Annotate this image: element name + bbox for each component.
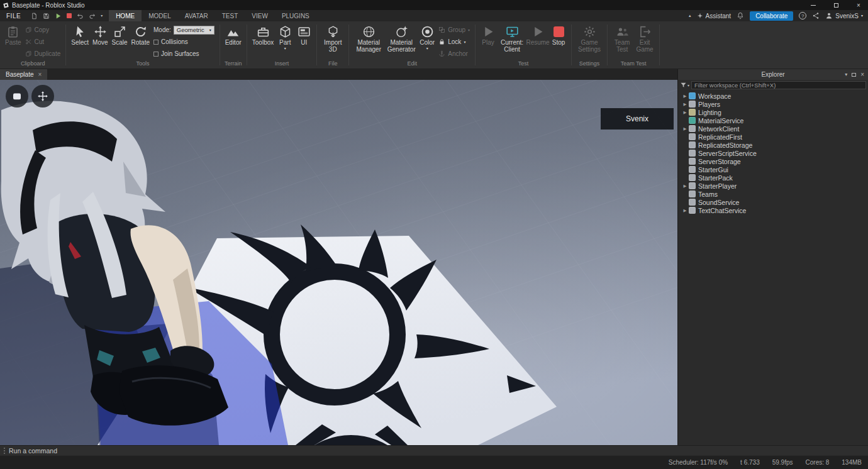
tab-avatar[interactable]: AVATAR [178, 10, 215, 21]
maximize-button[interactable] [826, 0, 845, 10]
viewport-3d[interactable]: Svenix [0, 80, 677, 445]
command-input[interactable] [9, 447, 865, 455]
save-icon[interactable] [43, 13, 50, 19]
undo-icon[interactable] [77, 13, 84, 19]
cut-button[interactable]: Cut [23, 36, 63, 48]
tab-baseplate[interactable]: Baseplate × [0, 69, 47, 80]
stop-button[interactable]: Stop [549, 24, 568, 47]
explorer-item-teams[interactable]: Teams [678, 190, 868, 198]
viewport-tool-button-plate[interactable] [6, 85, 28, 108]
filter-funnel-button[interactable]: ▾ [680, 82, 689, 89]
explorer-item-networkclient[interactable]: ▶NetworkClient [678, 124, 868, 133]
collisions-checkbox[interactable]: Collisions [152, 36, 216, 48]
expand-arrow-icon[interactable]: ▶ [681, 102, 689, 107]
viewport-tool-button-move[interactable] [31, 85, 54, 108]
ribbon-section-label: Terrain [220, 60, 247, 69]
new-file-icon[interactable] [31, 13, 38, 19]
user-account-button[interactable]: SvenixS ▾ [825, 12, 863, 19]
select-tool-button[interactable]: Select [69, 24, 91, 47]
part-button[interactable]: Part ▾ [275, 24, 294, 52]
panel-menu-chevron-icon[interactable]: ▾ [845, 72, 847, 77]
lock-button[interactable]: Lock ▾ [437, 36, 472, 48]
explorer-panel: Explorer ▾ × ▾ ▶Workspace▶Players▶Lighti… [677, 69, 868, 445]
terrain-editor-button[interactable]: Editor [223, 24, 243, 47]
paste-button[interactable]: Paste [3, 24, 23, 47]
workspace-area: Baseplate × [0, 69, 868, 445]
explorer-item-materialservice[interactable]: MaterialService [678, 116, 868, 124]
group-button[interactable]: Group ▾ [437, 24, 472, 36]
tab-test[interactable]: TEST [215, 10, 245, 21]
tab-home[interactable]: HOME [109, 10, 142, 21]
copy-button[interactable]: Copy [23, 24, 63, 36]
play-button[interactable]: Play [479, 24, 498, 47]
explorer-item-lighting[interactable]: ▶Lighting [678, 108, 868, 116]
explorer-item-starterplayer[interactable]: ▶StarterPlayer [678, 182, 868, 190]
float-panel-icon[interactable] [852, 73, 856, 77]
explorer-item-replicatedstorage[interactable]: ReplicatedStorage [678, 141, 868, 149]
import-3d-button[interactable]: Import 3D [320, 24, 345, 54]
server-storage-icon [689, 158, 696, 165]
expand-arrow-icon[interactable]: ▶ [681, 94, 689, 99]
expand-arrow-icon[interactable]: ▶ [681, 126, 689, 131]
share-icon[interactable] [812, 12, 820, 19]
game-settings-button[interactable]: Game Settings [575, 24, 604, 54]
material-generator-button[interactable]: Material Generator [385, 24, 418, 54]
ui-button[interactable]: UI [294, 24, 313, 47]
collaborate-button[interactable]: Collaborate [750, 11, 793, 21]
resume-button[interactable]: Resume [526, 24, 549, 47]
explorer-item-workspace[interactable]: ▶Workspace [678, 92, 868, 100]
close-panel-icon[interactable]: × [860, 71, 864, 78]
scale-tool-button[interactable]: Scale [110, 24, 130, 47]
minimize-button[interactable] [804, 0, 823, 10]
explorer-filter-input[interactable] [691, 81, 866, 89]
expand-arrow-icon[interactable]: ▶ [681, 110, 689, 115]
play-icon[interactable] [55, 13, 62, 19]
help-icon[interactable]: ? [799, 12, 806, 19]
move-tool-button[interactable]: Move [91, 24, 109, 47]
close-button[interactable]: × [849, 0, 868, 10]
anchor-button[interactable]: Anchor [437, 48, 472, 60]
current-client-button[interactable]: Current: Client [498, 24, 526, 54]
join-surfaces-checkbox[interactable]: Join Surfaces [152, 48, 216, 60]
tab-view[interactable]: VIEW [245, 10, 275, 21]
explorer-item-startergui[interactable]: StarterGui [678, 165, 868, 174]
mode-row: Mode: Geometric ▾ [152, 24, 216, 36]
toolbox-label: Toolbox [252, 39, 274, 46]
team-test-label: Team Test [613, 39, 632, 53]
viewport-3d-scene [0, 80, 677, 445]
explorer-item-starterpack[interactable]: StarterPack [678, 174, 868, 182]
chevron-down-icon[interactable]: ▾ [101, 14, 103, 18]
tab-plugins[interactable]: PLUGINS [275, 10, 316, 21]
explorer-item-soundservice[interactable]: SoundService [678, 198, 868, 206]
explorer-item-serverscriptservice[interactable]: ServerScriptService [678, 149, 868, 157]
explorer-item-replicatedfirst[interactable]: ReplicatedFirst [678, 133, 868, 141]
team-test-button[interactable]: Team Test [611, 24, 633, 54]
explorer-item-serverstorage[interactable]: ServerStorage [678, 157, 868, 165]
ribbon-section-label: File [317, 60, 348, 69]
mode-dropdown[interactable]: Geometric ▾ [174, 26, 214, 35]
color-button[interactable]: Color ▾ [418, 24, 437, 52]
expand-arrow-icon[interactable]: ▶ [681, 208, 689, 213]
file-menu[interactable]: FILE [0, 10, 27, 21]
color-wheel-icon [421, 25, 434, 38]
tab-close-icon[interactable]: × [38, 71, 42, 78]
expand-arrow-icon[interactable]: ▶ [681, 184, 689, 189]
paste-icon [6, 25, 19, 38]
rotate-tool-button[interactable]: Rotate [130, 24, 152, 47]
collapse-ribbon-icon[interactable]: ▴ [689, 13, 691, 18]
explorer-title: Explorer [678, 71, 868, 78]
part-label: Part [279, 39, 291, 46]
notifications-bell-icon[interactable] [737, 12, 744, 19]
exit-game-button[interactable]: Exit Game [633, 24, 656, 54]
minimize-icon [811, 5, 816, 6]
explorer-item-players[interactable]: ▶Players [678, 100, 868, 108]
record-icon[interactable] [67, 13, 72, 18]
tab-model[interactable]: MODEL [142, 10, 178, 21]
material-manager-button[interactable]: Material Manager [352, 24, 385, 54]
assistant-button[interactable]: Assistant [697, 13, 732, 19]
drag-handle-icon[interactable] [3, 448, 5, 454]
toolbox-button[interactable]: Toolbox [250, 24, 275, 47]
duplicate-button[interactable]: Duplicate [23, 48, 63, 60]
redo-icon[interactable] [89, 13, 96, 19]
explorer-item-textchatservice[interactable]: ▶TextChatService [678, 206, 868, 214]
